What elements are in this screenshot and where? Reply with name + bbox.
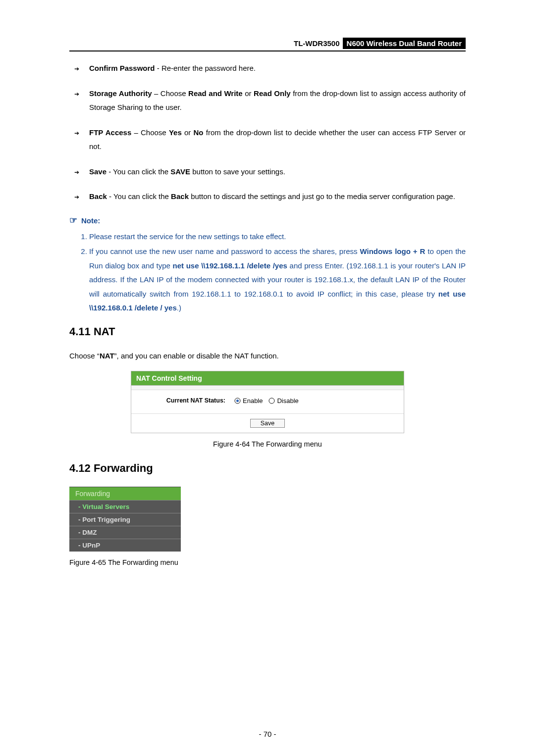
hand-pointer-icon: ☞ bbox=[69, 215, 77, 225]
radio-selected-icon bbox=[234, 398, 241, 404]
menu-item-virtual-servers[interactable]: - Virtual Servers bbox=[69, 500, 181, 513]
note-list: Please restart the service for the new s… bbox=[69, 230, 466, 315]
header-model: TL-WDR3500 bbox=[291, 38, 343, 49]
nat-intro-paragraph: Choose “NAT”, and you can enable or disa… bbox=[69, 350, 466, 362]
bullet-back: Back - You can click the Back button to … bbox=[89, 190, 466, 204]
bullet-label: Back bbox=[89, 192, 107, 201]
nat-save-button[interactable]: Save bbox=[250, 419, 285, 428]
page-header: TL-WDR3500 N600 Wireless Dual Band Route… bbox=[69, 38, 466, 49]
nat-intro-prefix: Choose “ bbox=[69, 352, 100, 360]
page-number: - 70 - bbox=[69, 730, 466, 738]
bullet-sep: - bbox=[107, 167, 113, 176]
bullet-text: You can click the SAVE button to save yo… bbox=[113, 167, 285, 176]
nat-panel-wrapper: NAT Control Setting Current NAT Status: … bbox=[69, 371, 466, 433]
nat-status-label: Current NAT Status: bbox=[136, 397, 225, 404]
header-description: N600 Wireless Dual Band Router bbox=[343, 38, 466, 49]
header-rule bbox=[69, 50, 466, 51]
bullet-label: Storage Authority bbox=[89, 89, 152, 98]
note-item-2: If you cannot use the new user name and … bbox=[89, 245, 466, 315]
bullet-text: Re-enter the password here. bbox=[161, 64, 256, 72]
bullet-sep: - bbox=[107, 192, 113, 201]
bullet-text: You can click the Back button to discard… bbox=[113, 192, 455, 201]
svg-point-1 bbox=[236, 400, 239, 402]
radio-unselected-icon bbox=[268, 398, 275, 404]
nat-disable-label: Disable bbox=[277, 397, 298, 404]
nat-panel-title: NAT Control Setting bbox=[131, 371, 404, 386]
nat-panel-spacer bbox=[131, 386, 404, 390]
bullet-save: Save - You can click the SAVE button to … bbox=[89, 165, 466, 179]
bullet-sep: – bbox=[152, 89, 160, 98]
menu-item-port-triggering[interactable]: - Port Triggering bbox=[69, 513, 181, 526]
menu-item-dmz[interactable]: - DMZ bbox=[69, 526, 181, 539]
bullet-sep: - bbox=[155, 64, 161, 72]
bullet-confirm-password: Confirm Password - Re-enter the password… bbox=[89, 61, 466, 76]
parameter-bullet-list: Confirm Password - Re-enter the password… bbox=[69, 61, 466, 204]
nat-panel-body: Current NAT Status: Enable Disable bbox=[131, 390, 404, 414]
nat-disable-radio[interactable]: Disable bbox=[268, 397, 298, 404]
section-nat-title: 4.11 NAT bbox=[69, 325, 466, 338]
bullet-label: Save bbox=[89, 167, 107, 176]
nat-control-panel: NAT Control Setting Current NAT Status: … bbox=[131, 371, 404, 433]
nat-enable-label: Enable bbox=[243, 397, 263, 404]
bullet-text: Choose Yes or No from the drop-down list… bbox=[89, 128, 466, 151]
svg-point-2 bbox=[269, 398, 274, 403]
bullet-ftp-access: FTP Access – Choose Yes or No from the d… bbox=[89, 126, 466, 154]
bullet-sep: – bbox=[131, 128, 141, 137]
nat-panel-footer: Save bbox=[131, 414, 404, 433]
note-item-1: Please restart the service for the new s… bbox=[89, 230, 466, 244]
forwarding-menu-header[interactable]: Forwarding bbox=[69, 487, 181, 500]
forwarding-menu: Forwarding - Virtual Servers - Port Trig… bbox=[69, 487, 181, 552]
bullet-label: Confirm Password bbox=[89, 64, 155, 72]
figure-caption-forwarding: Figure 4-65 The Forwarding menu bbox=[69, 558, 466, 566]
bullet-label: FTP Access bbox=[89, 128, 131, 137]
note-heading-text: Note: bbox=[81, 216, 100, 225]
menu-item-upnp[interactable]: - UPnP bbox=[69, 539, 181, 552]
nat-intro-suffix: ”, and you can enable or disable the NAT… bbox=[114, 352, 279, 360]
note-heading: ☞Note: bbox=[69, 215, 466, 226]
section-forwarding-title: 4.12 Forwarding bbox=[69, 462, 466, 475]
nat-intro-bold: NAT bbox=[100, 352, 114, 360]
nat-enable-radio[interactable]: Enable bbox=[234, 397, 263, 404]
bullet-storage-authority: Storage Authority – Choose Read and Writ… bbox=[89, 87, 466, 115]
figure-caption-nat: Figure 4-64 The Forwarding menu bbox=[69, 440, 466, 448]
